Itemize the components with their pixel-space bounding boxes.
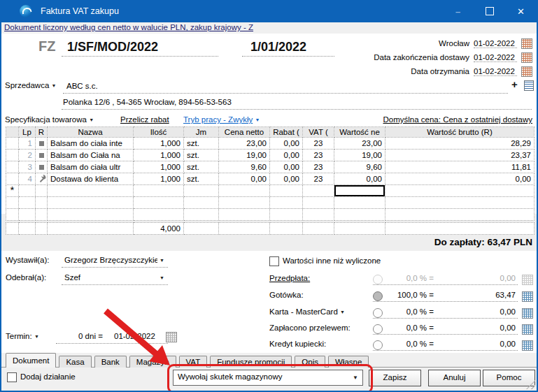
transfer-percent[interactable]: 0,0 % = bbox=[378, 324, 434, 332]
table-row[interactable]: 3 Balsam do ciała ultr1,000 szt.9,60 0,0… bbox=[6, 161, 535, 173]
app-icon bbox=[20, 5, 32, 17]
maximize-icon bbox=[486, 7, 494, 15]
cash-label: Gotówka: bbox=[269, 291, 304, 299]
seller-name-underline bbox=[63, 93, 508, 94]
recalc-discount-link[interactable]: Przelicz rabat bbox=[120, 115, 169, 124]
calculator-icon[interactable] bbox=[522, 308, 533, 319]
card-percent[interactable]: 0,0 % = bbox=[378, 307, 434, 316]
tab-dokument[interactable]: Dokument bbox=[6, 353, 56, 368]
received-by-combo[interactable]: Szef bbox=[64, 273, 157, 282]
col-jm: Jm bbox=[184, 127, 219, 138]
transfer-amount[interactable]: 0,00 bbox=[458, 324, 516, 332]
issue-date-row: Wrocław 01-02-2022 bbox=[439, 38, 532, 49]
tab-wlasne[interactable]: Własne bbox=[328, 356, 369, 368]
specification-dropdown[interactable]: Specyfikacja towarowa ▼ bbox=[5, 115, 94, 124]
items-table: Lp R Nazwa Ilość Jm Cena netto Rabat ( V… bbox=[6, 126, 535, 221]
prepayment-link[interactable]: Przedpłata: bbox=[269, 274, 310, 282]
wrench-icon bbox=[38, 175, 46, 184]
reservation-square-icon bbox=[39, 165, 44, 170]
calculator-icon[interactable] bbox=[522, 275, 533, 285]
doc-date-number-underline bbox=[242, 56, 334, 57]
doc-number-field[interactable]: 1/SF/MOD/2022 bbox=[67, 40, 158, 55]
doc-date-number-field[interactable]: 1/01/2022 bbox=[250, 40, 306, 55]
chevron-down-icon: ▼ bbox=[34, 334, 39, 339]
col-qty: Ilość bbox=[134, 127, 184, 138]
chevron-down-icon: ▼ bbox=[89, 117, 94, 122]
tab-strip: Dokument Kasa Bank Magazyn VAT Fundusze … bbox=[6, 353, 371, 368]
other-values-checkbox[interactable] bbox=[269, 256, 279, 266]
calculator-icon[interactable] bbox=[522, 340, 533, 351]
chevron-down-icon[interactable]: ▼ bbox=[160, 258, 164, 263]
tab-kasa[interactable]: Kasa bbox=[59, 356, 91, 368]
doc-code: FZ bbox=[38, 38, 55, 55]
col-net-value: Wartość ne bbox=[334, 127, 385, 138]
add-action-checkbox[interactable] bbox=[7, 372, 17, 382]
reservation-square-icon bbox=[39, 141, 44, 146]
chevron-down-icon: ▼ bbox=[353, 375, 358, 381]
col-discount: Rabat ( bbox=[270, 127, 303, 138]
sum-row-table: 4,000 bbox=[6, 222, 535, 235]
cash-amount[interactable]: 63,47 bbox=[458, 291, 516, 299]
term-days-field[interactable]: 0 dni = bbox=[78, 332, 103, 340]
col-name: Nazwa bbox=[48, 127, 134, 138]
table-row[interactable]: 4 Dostawa do klienta1,000 szt.0,00 0,002… bbox=[6, 173, 535, 185]
transfer-label: Zapłacono przelewem: bbox=[269, 324, 351, 332]
col-net-price: Cena netto bbox=[219, 127, 270, 138]
term-date-field[interactable]: 01-02-2022 bbox=[114, 332, 155, 340]
credit-amount[interactable]: 0,00 bbox=[458, 340, 516, 348]
credit-percent[interactable]: 0,0 % = bbox=[378, 340, 434, 348]
issued-by-combo[interactable]: Grzegorz Brzęczyszczykiewicz bbox=[64, 256, 157, 264]
received-by-label: Odebrał(a): bbox=[6, 273, 46, 282]
work-mode-link[interactable]: Tryb pracy - Zwykły ▼ bbox=[183, 115, 260, 124]
seller-label-dropdown[interactable]: Sprzedawca ▼ bbox=[5, 81, 56, 89]
chevron-down-icon: ▼ bbox=[52, 83, 57, 88]
maximize-button[interactable] bbox=[474, 0, 505, 22]
tab-fundusze-promocji[interactable]: Fundusze promocji bbox=[210, 356, 292, 368]
card-amount[interactable]: 0,00 bbox=[458, 307, 516, 316]
received-date-field[interactable]: 01-02-2022 bbox=[474, 67, 517, 76]
calculator-icon[interactable] bbox=[522, 324, 533, 335]
add-contractor-button[interactable]: + bbox=[511, 80, 518, 89]
cash-percent[interactable]: 100,0 % = bbox=[378, 291, 434, 299]
save-button[interactable]: Zapisz bbox=[369, 370, 421, 386]
tab-vat[interactable]: VAT bbox=[179, 356, 208, 368]
table-row[interactable]: 1 Balsam do ciała inte1,000 szt.23,00 0,… bbox=[6, 138, 535, 150]
row-selector-header bbox=[6, 127, 19, 138]
issue-date-field[interactable]: 01-02-2022 bbox=[474, 39, 517, 48]
default-price-link[interactable]: Domyślna cena: Cena z ostatniej dostawy bbox=[383, 115, 533, 124]
seller-address-field[interactable]: Polanka 12/6 , 54-365 Wrocław, 894-56-53… bbox=[63, 98, 232, 106]
calendar-icon[interactable] bbox=[521, 66, 532, 77]
card-dropdown[interactable]: Karta - MasterCard ▼ bbox=[269, 307, 345, 316]
table-row[interactable]: 2 Balsam do Ciała na1,000 szt.19,00 0,00… bbox=[6, 150, 535, 161]
contractor-list-icon[interactable] bbox=[524, 80, 534, 91]
calculator-icon[interactable] bbox=[522, 291, 533, 302]
document-type-link[interactable]: Dokument liczony według cen netto w walu… bbox=[4, 23, 253, 31]
help-button[interactable]: Pomoc bbox=[483, 370, 535, 386]
minimize-button[interactable]: – bbox=[442, 0, 474, 22]
close-button[interactable]: ✕ bbox=[505, 0, 537, 22]
add-action-label: Dodaj działanie bbox=[20, 372, 76, 381]
warehouse-effect-combobox[interactable]: Wywołaj skutek magazynowy ▼ bbox=[173, 370, 363, 386]
amount-due: Do zapłaty: 63,47 PLN bbox=[434, 237, 532, 247]
calendar-icon[interactable] bbox=[521, 38, 532, 49]
chevron-down-icon: ▼ bbox=[255, 117, 260, 122]
tab-opis[interactable]: Opis bbox=[295, 356, 325, 368]
calendar-icon[interactable] bbox=[166, 332, 177, 342]
col-vat: VAT ( bbox=[303, 127, 334, 138]
prepayment-amount[interactable]: 0,00 bbox=[458, 274, 516, 282]
selected-cell[interactable] bbox=[334, 185, 385, 197]
tab-magazyn[interactable]: Magazyn bbox=[129, 356, 176, 368]
calendar-icon[interactable] bbox=[521, 52, 532, 63]
received-date-label: Data otrzymania bbox=[411, 67, 469, 75]
term-dropdown[interactable]: Termin: ▼ bbox=[6, 332, 39, 340]
tab-bank[interactable]: Bank bbox=[94, 356, 127, 368]
delivery-end-field[interactable]: 01-02-2022 bbox=[474, 53, 517, 62]
seller-name-field[interactable]: ABC s.c. bbox=[66, 82, 98, 90]
chevron-down-icon[interactable]: ▼ bbox=[160, 275, 164, 280]
cancel-button[interactable]: Anuluj bbox=[428, 370, 481, 386]
warehouse-effect-value: Wywołaj skutek magazynowy bbox=[178, 372, 282, 381]
prepayment-percent[interactable]: 0,0 % = bbox=[378, 274, 434, 282]
other-values-label: Wartości inne niż wyliczone bbox=[283, 256, 381, 265]
new-item-row[interactable]: * bbox=[6, 185, 535, 197]
doc-number-underline bbox=[62, 56, 218, 57]
